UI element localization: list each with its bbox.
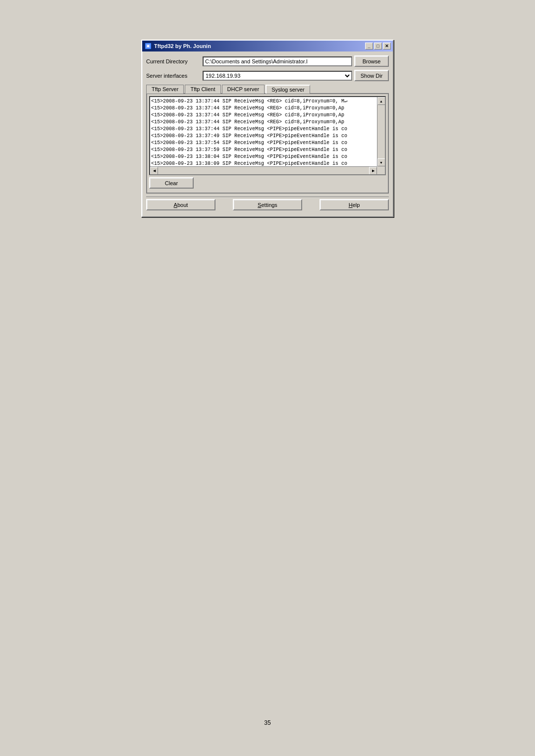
scroll-up-button[interactable]: ▲ (377, 97, 385, 105)
svg-rect-2 (147, 45, 149, 47)
close-button[interactable]: ✕ (383, 43, 391, 50)
clear-button-row: Clear (149, 177, 386, 189)
vertical-scrollbar[interactable]: ▲ ▼ (377, 97, 385, 166)
log-line: <15>2008-09-23 13:37:44 SIP ReceiveMsg <… (151, 105, 384, 112)
clear-button[interactable]: Clear (149, 177, 194, 189)
tabs-container: Tftp Server Tftp Client DHCP server Sysl… (146, 84, 389, 93)
server-interfaces-label: Server interfaces (146, 73, 201, 79)
log-line: <15>2008-09-23 13:37:44 SIP ReceiveMsg <… (151, 112, 384, 119)
horizontal-scrollbar[interactable]: ◀ ▶ (150, 166, 377, 174)
minimize-button[interactable]: _ (365, 43, 373, 50)
tab-content: <15>2008-09-23 13:37:44 SIP ReceiveMsg <… (146, 93, 389, 194)
page-number: 35 (264, 719, 270, 726)
window-content: Current Directory Browse Server interfac… (142, 51, 393, 216)
title-bar-left: Tftpd32 by Ph. Jounin (144, 42, 211, 50)
current-directory-row: Current Directory Browse (146, 55, 389, 67)
log-line: <15>2008-09-23 13:37:49 SIP ReceiveMsg <… (151, 133, 384, 140)
current-directory-label: Current Directory (146, 58, 201, 64)
scroll-down-button[interactable]: ▼ (377, 158, 385, 166)
show-dir-button[interactable]: Show Dir (354, 70, 389, 81)
log-content: <15>2008-09-23 13:37:44 SIP ReceiveMsg <… (150, 97, 385, 166)
window-title: Tftpd32 by Ph. Jounin (154, 43, 211, 49)
window-controls: _ □ ✕ (365, 43, 391, 50)
horizontal-scrollbar-track[interactable] (158, 167, 369, 174)
scroll-left-button[interactable]: ◀ (150, 167, 158, 175)
scroll-right-button[interactable]: ▶ (369, 167, 377, 175)
server-interfaces-row: Server interfaces 192.168.19.93 Show Dir (146, 70, 389, 81)
log-line: <15>2008-09-23 13:38:09 SIP ReceiveMsg <… (151, 160, 384, 166)
log-line: <15>2008-09-23 13:37:59 SIP ReceiveMsg <… (151, 147, 384, 153)
maximize-button[interactable]: □ (374, 43, 382, 50)
server-interfaces-select[interactable]: 192.168.19.93 (203, 71, 352, 81)
settings-button[interactable]: Settings (233, 199, 302, 210)
help-label: Help (349, 202, 360, 208)
tab-dhcp-server[interactable]: DHCP server (222, 85, 265, 94)
browse-button[interactable]: Browse (354, 55, 389, 67)
log-area: <15>2008-09-23 13:37:44 SIP ReceiveMsg <… (149, 96, 386, 175)
log-line: <15>2008-09-23 13:37:44 SIP ReceiveMsg <… (151, 119, 384, 126)
title-bar: Tftpd32 by Ph. Jounin _ □ ✕ (142, 41, 393, 51)
app-icon (144, 42, 152, 50)
log-line: <15>2008-09-23 13:38:04 SIP ReceiveMsg <… (151, 153, 384, 160)
log-line: <15>2008-09-23 13:37:54 SIP ReceiveMsg <… (151, 140, 384, 147)
scrollbar-corner (377, 166, 385, 174)
server-interfaces-wrapper: 192.168.19.93 (203, 71, 352, 81)
tab-syslog-server[interactable]: Syslog server (266, 85, 310, 94)
help-button[interactable]: Help (320, 199, 389, 210)
tab-tftp-server[interactable]: Tftp Server (146, 85, 184, 94)
current-directory-input[interactable] (203, 56, 352, 66)
settings-label: Settings (258, 202, 277, 208)
about-button[interactable]: About (146, 199, 215, 210)
tab-tftp-client[interactable]: Tftp Client (185, 85, 220, 94)
main-window: Tftpd32 by Ph. Jounin _ □ ✕ Current Dire… (141, 40, 394, 217)
log-line: <15>2008-09-23 13:37:44 SIP ReceiveMsg <… (151, 126, 384, 133)
bottom-buttons: About Settings Help (146, 197, 389, 212)
log-line: <15>2008-09-23 13:37:44 SIP ReceiveMsg <… (151, 98, 384, 105)
about-label: About (174, 202, 188, 208)
